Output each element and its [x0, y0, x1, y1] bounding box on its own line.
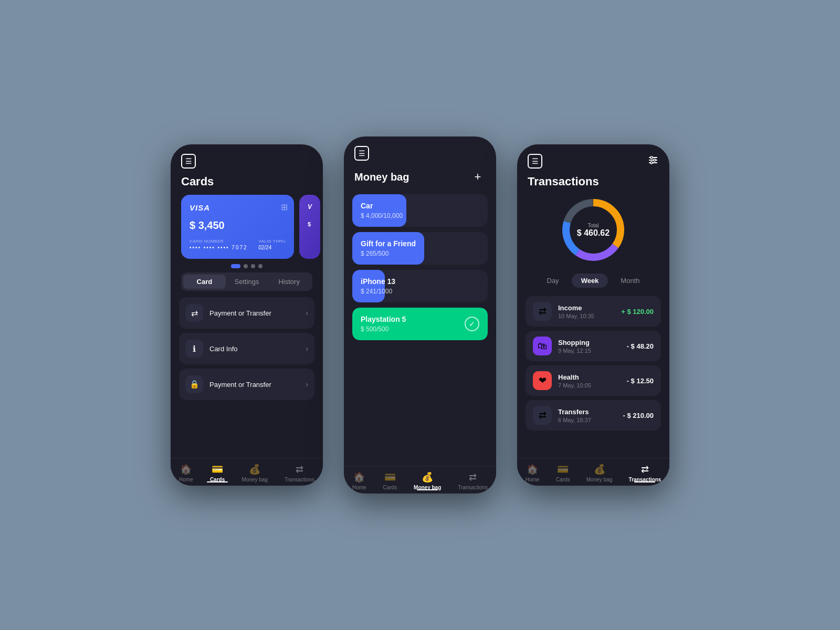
period-tabs: Day Week Month [528, 274, 659, 288]
transfers-name: Transfers [558, 408, 616, 416]
nav-transactions-label: Transactions [285, 477, 314, 482]
savings-list: Car $ 4,000/10,000 Gift for a Friend $ 2… [344, 194, 496, 340]
chevron-right-icon: › [306, 309, 308, 317]
transaction-shopping[interactable]: 🛍 Shopping 9 May, 12:15 - $ 48.20 [526, 331, 661, 361]
transfers-date: 6 May, 18:37 [558, 417, 616, 423]
nav-home-2[interactable]: 🏠 Home [347, 471, 372, 490]
savings-ps5-amount: $ 500/500 [361, 326, 465, 333]
donut-total-value: $ 460.62 [577, 228, 610, 238]
transaction-income[interactable]: ⇄ Income 10 May, 10:35 + $ 120.00 [526, 296, 661, 327]
health-name: Health [558, 373, 621, 381]
savings-iphone-name: iPhone 13 [361, 277, 479, 286]
savings-iphone-amount: $ 241/1000 [361, 288, 479, 295]
visa-card[interactable]: VISA ⊞ $ 3,450 CARD NUMBER •••• •••• •••… [181, 195, 294, 259]
phone3-header: ☰ [517, 144, 669, 173]
menu-icon-2[interactable]: ☰ [354, 146, 369, 161]
savings-gift-name: Gift for a Friend [361, 239, 479, 248]
card-number-label: CARD NUMBER [190, 239, 248, 244]
phone3-title: Transactions [517, 173, 669, 196]
period-month[interactable]: Month [611, 274, 649, 288]
transaction-transfers[interactable]: ⇄ Transfers 6 May, 18:37 - $ 210.00 [526, 400, 661, 430]
tab-card[interactable]: Card [183, 275, 226, 289]
donut-center: Total $ 460.62 [577, 223, 610, 238]
dot-1[interactable] [231, 264, 240, 268]
period-day[interactable]: Day [538, 274, 569, 288]
dot-4[interactable] [258, 264, 262, 268]
menu-item-lock-label: Payment or Transfer [209, 381, 306, 388]
nav-money-bag[interactable]: 💰 Money bag [236, 464, 272, 482]
bottom-nav-3: 🏠 Home 💳 Cards 💰 Money bag ⇄ Transaction… [517, 458, 669, 486]
nav-money-bag-3[interactable]: 💰 Money bag [581, 464, 617, 482]
shopping-amount: - $ 48.20 [627, 342, 654, 350]
menu-icon-3[interactable]: ☰ [528, 154, 542, 169]
nav-cards[interactable]: 💳 Cards [205, 464, 230, 482]
phone-cards: ☰ Cards VISA ⊞ $ 3,450 CARD NUMBER •••• … [171, 144, 323, 486]
phone-money-bag: ☰ Money bag + Car $ 4,000/10,000 Gift fo… [344, 136, 496, 494]
nav-money-bag-2[interactable]: 💰 Money bag [408, 471, 446, 490]
money-bag-icon-3: 💰 [594, 464, 605, 475]
cards-icon-3: 💳 [557, 464, 569, 475]
income-name: Income [558, 304, 615, 312]
savings-item-ps5[interactable]: Playstation 5 $ 500/500 ✓ [352, 308, 488, 340]
savings-item-gift[interactable]: Gift for a Friend $ 265/500 [352, 232, 488, 265]
menu-item-card-info[interactable]: ℹ Card Info › [179, 333, 314, 364]
add-savings-button[interactable]: + [470, 169, 486, 185]
nav-transactions[interactable]: ⇄ Transactions [279, 464, 320, 482]
money-bag-icon: 💰 [249, 464, 260, 475]
transactions-icon: ⇄ [296, 464, 303, 475]
nav-transactions-3[interactable]: ⇄ Transactions [624, 464, 667, 482]
nav-home-label: Home [179, 477, 193, 482]
tab-settings[interactable]: Settings [226, 275, 268, 289]
dot-indicators [171, 264, 323, 268]
bottom-nav-2: 🏠 Home 💳 Cards 💰 Money bag ⇄ Transaction… [344, 466, 496, 494]
nav-home-3[interactable]: 🏠 Home [520, 464, 545, 482]
menu-item-lock[interactable]: 🔒 Payment or Transfer › [179, 369, 314, 400]
savings-car-name: Car [361, 202, 479, 210]
nav-money-bag-label: Money bag [242, 477, 267, 482]
menu-item-payment[interactable]: ⇄ Payment or Transfer › [179, 297, 314, 329]
card-number: •••• •••• •••• 7072 [190, 245, 248, 250]
nav-cards-2[interactable]: 💳 Cards [378, 471, 403, 490]
menu-items: ⇄ Payment or Transfer › ℹ Card Info › 🔒 … [171, 297, 323, 400]
dot-2[interactable] [244, 264, 248, 268]
period-week[interactable]: Week [572, 274, 608, 288]
lock-icon: 🔒 [185, 375, 203, 393]
health-date: 7 May, 10:05 [558, 382, 621, 388]
donut-total-label: Total [577, 223, 610, 228]
home-icon-3: 🏠 [527, 464, 538, 475]
nav-transactions-label-2: Transactions [458, 485, 488, 490]
health-icon: ❤ [533, 371, 552, 390]
transactions-icon-3: ⇄ [641, 464, 649, 475]
page-title: Cards [171, 173, 323, 195]
home-icon: 🏠 [180, 464, 192, 475]
nav-cards-3[interactable]: 💳 Cards [551, 464, 575, 482]
income-amount: + $ 120.00 [621, 308, 654, 316]
tab-history[interactable]: History [268, 275, 310, 289]
shopping-name: Shopping [558, 339, 621, 346]
bottom-nav: 🏠 Home 💳 Cards 💰 Money bag ⇄ Transaction… [171, 458, 323, 486]
menu-icon[interactable]: ☰ [181, 154, 196, 169]
savings-ps5-name: Playstation 5 [361, 315, 465, 323]
filter-icon[interactable] [647, 154, 659, 169]
nav-transactions-2[interactable]: ⇄ Transactions [453, 471, 493, 490]
card-peek[interactable]: V $ [299, 195, 320, 259]
info-icon: ℹ [185, 340, 203, 358]
savings-item-iphone[interactable]: iPhone 13 $ 241/1000 [352, 270, 488, 302]
health-amount: - $ 12.50 [627, 377, 654, 385]
savings-item-car[interactable]: Car $ 4,000/10,000 [352, 194, 488, 227]
svg-point-4 [654, 159, 656, 161]
transaction-health[interactable]: ❤ Health 7 May, 10:05 - $ 12.50 [526, 365, 661, 396]
savings-car-amount: $ 4,000/10,000 [361, 212, 479, 219]
card-grid-icon: ⊞ [281, 202, 288, 212]
card-tabs: Card Settings History [181, 272, 312, 291]
dot-3[interactable] [251, 264, 255, 268]
card-bottom: CARD NUMBER •••• •••• •••• 7072 VALID TH… [190, 239, 286, 250]
valid-label: VALID THRU [258, 239, 286, 244]
phone2-title: Money bag [354, 171, 409, 183]
svg-point-3 [650, 156, 653, 159]
phone2-header: ☰ [344, 136, 496, 167]
chevron-right-icon-2: › [306, 344, 308, 353]
income-icon: ⇄ [533, 302, 552, 321]
transaction-list: ⇄ Income 10 May, 10:35 + $ 120.00 🛍 Shop… [517, 296, 669, 430]
nav-home[interactable]: 🏠 Home [174, 464, 198, 482]
